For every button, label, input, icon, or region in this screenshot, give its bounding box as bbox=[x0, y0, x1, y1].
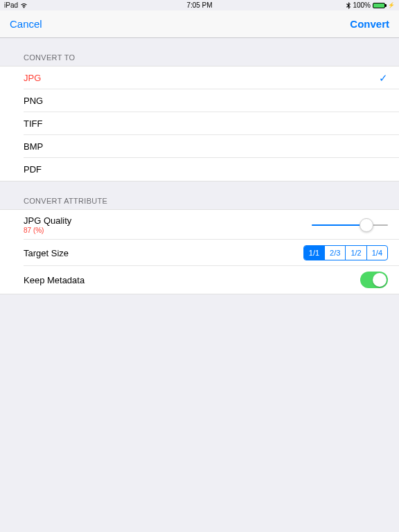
segment-1-1[interactable]: 1/1 bbox=[304, 246, 325, 260]
jpg-quality-value: 87 (%) bbox=[24, 227, 71, 234]
format-label: TIFF bbox=[24, 118, 42, 129]
format-option-bmp[interactable]: BMP bbox=[0, 135, 399, 158]
jpg-quality-label: JPG Quality bbox=[24, 215, 71, 226]
format-option-png[interactable]: PNG bbox=[0, 89, 399, 112]
format-label: PDF bbox=[24, 164, 42, 175]
target-size-row: Target Size 1/12/31/21/4 bbox=[0, 240, 399, 266]
format-label: JPG bbox=[24, 73, 41, 83]
format-list: JPG✓PNGTIFFBMPPDF bbox=[0, 66, 399, 181]
keep-metadata-label: Keep Metadata bbox=[24, 275, 85, 285]
keep-metadata-switch[interactable] bbox=[360, 272, 388, 288]
jpg-quality-row: JPG Quality 87 (%) bbox=[0, 210, 399, 240]
nav-bar: Cancel Convert bbox=[0, 10, 399, 38]
format-option-tiff[interactable]: TIFF bbox=[0, 112, 399, 135]
segment-1-4[interactable]: 1/4 bbox=[367, 246, 387, 260]
attribute-list: JPG Quality 87 (%) Target Size 1/12/31/2… bbox=[0, 209, 399, 294]
segment-1-2[interactable]: 1/2 bbox=[346, 246, 366, 260]
battery-percent: 100% bbox=[353, 1, 371, 9]
convert-button[interactable]: Convert bbox=[350, 18, 389, 30]
cancel-button[interactable]: Cancel bbox=[10, 18, 42, 30]
battery-icon: ⚡ bbox=[373, 2, 395, 8]
checkmark-icon: ✓ bbox=[379, 72, 388, 85]
format-label: BMP bbox=[24, 141, 43, 152]
device-label: iPad bbox=[4, 1, 18, 9]
keep-metadata-row: Keep Metadata bbox=[0, 266, 399, 294]
segment-2-3[interactable]: 2/3 bbox=[325, 246, 346, 260]
section-header-convert-attribute: CONVERT ATTRIBUTE bbox=[0, 181, 399, 209]
jpg-quality-slider[interactable] bbox=[312, 217, 388, 233]
wifi-icon bbox=[20, 3, 28, 8]
target-size-label: Target Size bbox=[24, 248, 69, 258]
format-option-jpg[interactable]: JPG✓ bbox=[0, 66, 399, 89]
format-option-pdf[interactable]: PDF bbox=[0, 158, 399, 181]
format-label: PNG bbox=[24, 96, 43, 106]
section-header-convert-to: CONVERT TO bbox=[0, 38, 399, 66]
clock: 7:05 PM bbox=[186, 1, 212, 9]
bluetooth-icon bbox=[346, 2, 351, 9]
status-bar: iPad 7:05 PM 100% ⚡ bbox=[0, 0, 399, 10]
target-size-segmented[interactable]: 1/12/31/21/4 bbox=[303, 245, 388, 260]
